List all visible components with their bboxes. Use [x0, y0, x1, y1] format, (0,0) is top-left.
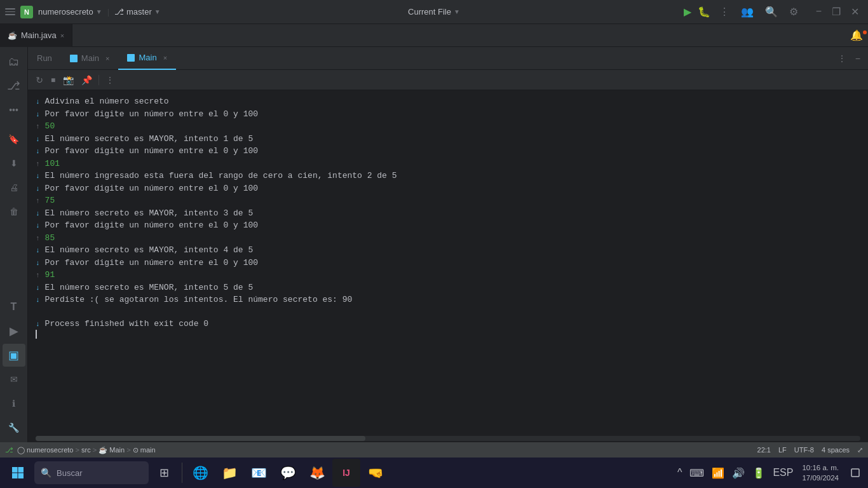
cursor-position[interactable]: 22:1 [757, 446, 771, 454]
tray-network-icon[interactable]: 📶 [709, 466, 727, 480]
indent-setting[interactable]: 4 spaces [822, 446, 850, 454]
status-expand-icon[interactable]: ⤢ [857, 446, 863, 454]
arrow-down-17: ↓ [36, 295, 40, 306]
task-view-btn[interactable]: ⊞ [150, 459, 178, 487]
arrow-up-12: ↑ [36, 233, 40, 244]
activity-tools-icon[interactable]: 🔧 [3, 416, 25, 439]
close-button[interactable]: ✕ [847, 4, 863, 19]
current-file-chevron: ▼ [454, 8, 460, 15]
taskbar: 🔍 Buscar ⊞ 🌐 📁 📧 💬 🦊 IJ 🤜 ^ ⌨ 📶 🔊 🔋 ESP … [0, 458, 868, 488]
activity-run-icon[interactable]: ▶ [3, 320, 25, 342]
whatsapp-btn[interactable]: 💬 [274, 459, 302, 487]
line-ending[interactable]: LF [778, 446, 787, 454]
activity-files-icon[interactable]: 🗂 [3, 50, 25, 73]
console-line-3: ↑ 50 [28, 120, 868, 133]
activity-bookmark-icon[interactable]: 🔖 [3, 128, 25, 151]
search-icon[interactable]: 🔍 [763, 4, 780, 19]
notification-dot [863, 30, 867, 34]
taskbar-search[interactable]: 🔍 Buscar [34, 461, 149, 484]
tray-keyboard-icon[interactable]: ⌨ [687, 466, 707, 480]
branch-chevron: ▼ [154, 8, 161, 15]
arrow-down-11: ↓ [36, 220, 40, 231]
arrow-up-9: ↑ [36, 196, 40, 207]
activity-more-icon[interactable]: ••• [3, 98, 25, 121]
activity-download-icon[interactable]: ⬇ [3, 152, 25, 175]
main-container: 🗂 ⎇ ••• 🔖 ⬇ 🖨 🗑 T ▶ ▣ ✉ ℹ 🔧 Run Main × [0, 47, 868, 442]
horizontal-scrollbar[interactable] [36, 436, 860, 441]
jetbrains-btn[interactable]: IJ [332, 459, 360, 487]
run-tab-main-1-close[interactable]: × [105, 55, 109, 62]
outlook-btn[interactable]: 📧 [245, 459, 273, 487]
run-toolbar: ↺ ■ 📸 📌 ⋮ [28, 70, 868, 90]
stop-btn[interactable]: ■ [48, 74, 58, 86]
console-output[interactable]: ↓ Adivina el número secreto ↓ Por favor … [28, 90, 868, 433]
windows-logo [8, 463, 28, 483]
console-line-10: ↓ El número secreto es MAYOR, intento 3 … [28, 207, 868, 220]
more-menu-btn[interactable]: ⋮ [717, 4, 732, 19]
tray-expand-icon[interactable]: ^ [675, 466, 685, 480]
run-tab-main-1[interactable]: Main × [61, 47, 119, 70]
tray-volume-icon[interactable]: 🔊 [729, 466, 747, 480]
breadcrumb-path[interactable]: ◯ numerosecreto > src > ☕ Main > ⊙ main [17, 446, 156, 454]
status-right: 22:1 LF UTF-8 4 spaces ⤢ [757, 446, 863, 454]
start-button[interactable] [3, 458, 33, 488]
snapshot-btn[interactable]: 📸 [60, 74, 76, 86]
console-input-6: 101 [45, 158, 60, 170]
activity-print-icon[interactable]: 🖨 [3, 176, 25, 199]
status-bar: ⎇ ◯ numerosecreto > src > ☕ Main > ⊙ mai… [0, 442, 868, 458]
minimize-button[interactable]: − [812, 4, 825, 19]
notification-bell[interactable]: 🔔 [845, 29, 868, 41]
pin-btn[interactable]: 📌 [79, 74, 95, 86]
app-logo: N [20, 6, 33, 18]
rerun-btn[interactable]: ↺ [33, 74, 46, 86]
toolbar-more-btn[interactable]: ⋮ [103, 74, 117, 86]
console-line-14: ↓ Por favor digite un número entre el 0 … [28, 257, 868, 269]
activity-terminal-icon[interactable]: ▣ [3, 344, 25, 367]
debug-button[interactable]: 🐛 [698, 6, 710, 18]
activity-text-icon[interactable]: T [3, 295, 25, 318]
run-tab-run[interactable]: Run [28, 47, 61, 70]
window-controls: − ❐ ✕ [812, 4, 863, 19]
project-name-btn[interactable]: numerosecreto ▼ [38, 7, 102, 17]
settings-icon[interactable]: ⚙ [787, 4, 801, 19]
console-line-13: ↓ El número secreto es MAYOR, intento 4 … [28, 244, 868, 257]
console-line-8: ↓ Por favor digite un número entre el 0 … [28, 182, 868, 195]
console-text-5: Por favor digite un número entre el 0 y … [45, 145, 258, 158]
files-btn[interactable]: 📁 [215, 459, 243, 487]
titlebar: N numerosecreto ▼ | ⎇ master ▼ Current F… [0, 0, 868, 24]
firefox-btn[interactable]: 🦊 [303, 459, 331, 487]
edge-btn[interactable]: 🌐 [186, 459, 214, 487]
extra-app-btn[interactable]: 🤜 [362, 459, 390, 487]
encoding[interactable]: UTF-8 [794, 446, 814, 454]
file-tab-name: Main.java [21, 30, 57, 40]
taskbar-search-placeholder: Buscar [57, 468, 82, 478]
console-line-1: ↓ Adivina el número secreto [28, 95, 868, 108]
branch-icon: ⎇ [114, 7, 124, 17]
maximize-button[interactable]: ❐ [828, 4, 844, 19]
activity-info-icon[interactable]: ℹ [3, 392, 25, 415]
run-tab-main-2[interactable]: Main × [118, 47, 176, 70]
run-tab-main-2-close[interactable]: × [163, 54, 167, 62]
tray-battery-icon[interactable]: 🔋 [750, 466, 768, 480]
file-tab-main-java[interactable]: ☕ Main.java × [0, 24, 72, 47]
activity-mail-icon[interactable]: ✉ [3, 368, 25, 391]
taskbar-notification-btn[interactable] [845, 463, 865, 483]
git-icon[interactable]: ⎇ [5, 446, 13, 454]
branch-btn[interactable]: ⎇ master ▼ [114, 7, 161, 17]
method-breadcrumb: ⊙ main [133, 446, 156, 454]
console-line-15: ↑ 91 [28, 269, 868, 281]
run-tabs-more-icon[interactable]: ⋮ [835, 52, 849, 65]
tray-lang-icon[interactable]: ESP [770, 466, 796, 480]
arrow-down-8: ↓ [36, 184, 40, 194]
collab-icon[interactable]: 👥 [738, 4, 756, 19]
run-tabs-collapse-icon[interactable]: − [853, 52, 863, 65]
activity-delete-icon[interactable]: 🗑 [3, 200, 25, 223]
run-button[interactable]: ▶ [684, 6, 691, 18]
hamburger-menu[interactable] [5, 7, 15, 17]
taskbar-clock[interactable]: 10:16 a. m. 17/09/2024 [797, 463, 844, 483]
file-tab-close[interactable]: × [60, 32, 64, 39]
console-line-17: ↓ Perdiste :( se agotaron los intentos. … [28, 294, 868, 306]
activity-git-icon[interactable]: ⎇ [3, 74, 25, 97]
current-file-btn[interactable]: Current File ▼ [408, 7, 460, 17]
arrow-down-1: ↓ [36, 97, 40, 107]
